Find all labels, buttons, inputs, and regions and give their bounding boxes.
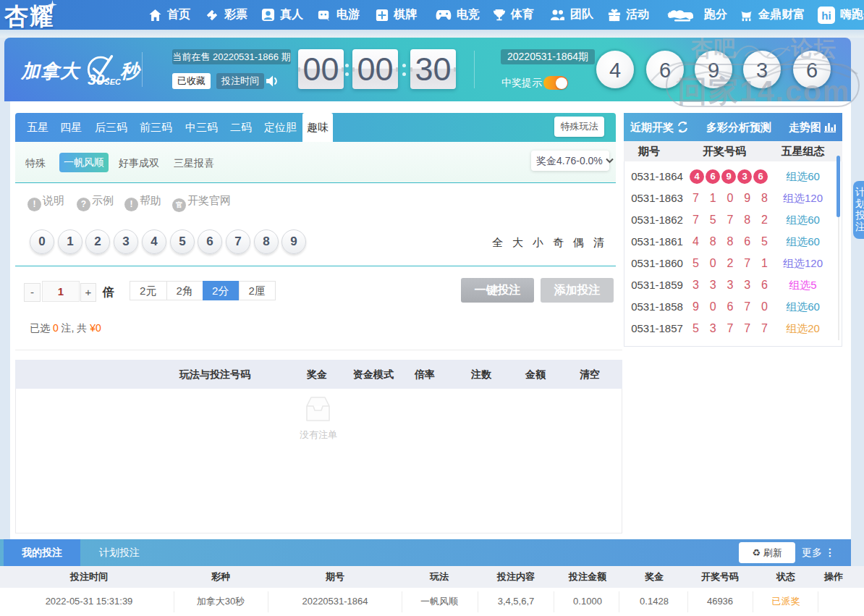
svg-text:hi: hi — [821, 9, 831, 22]
